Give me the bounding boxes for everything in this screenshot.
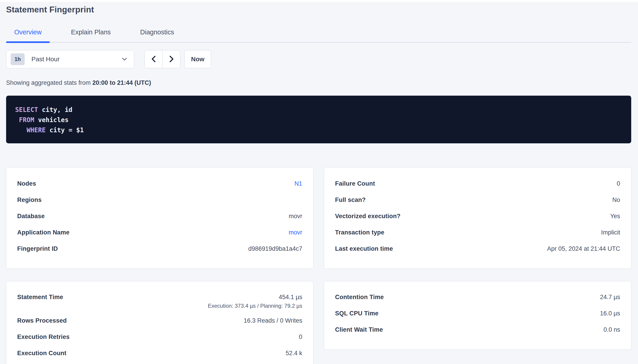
statement-attributes-card: Failure Count 0 Full scan? No Vectorized…	[324, 167, 631, 268]
statement-time-detail: Execution: 373.4 µs / Planning: 79.2 µs	[208, 303, 302, 309]
tab-diagnostics[interactable]: Diagnostics	[132, 28, 182, 42]
tab-explain-plans-label: Explain Plans	[71, 28, 111, 36]
full-scan-label: Full scan?	[335, 196, 366, 204]
execution-count-value: 52.4 k	[286, 350, 302, 357]
nodes-row: Nodes N1	[17, 180, 302, 187]
statement-time-row: Statement Time 454.1 µs Execution: 373.4…	[17, 294, 302, 309]
chevron-left-icon	[151, 55, 157, 64]
stats-cards-grid: Nodes N1 Regions Database movr Applicati…	[6, 167, 631, 364]
sql-text: vehicles	[34, 116, 69, 124]
tab-bar: Overview Explain Plans Diagnostics	[6, 28, 631, 43]
full-scan-value: No	[612, 196, 620, 204]
contention-time-value: 24.7 µs	[600, 294, 620, 301]
sql-cpu-time-label: SQL CPU Time	[335, 310, 378, 317]
last-execution-time-label: Last execution time	[335, 245, 393, 252]
sql-line: SELECT city, id	[15, 105, 622, 115]
fingerprint-id-label: Fingerprint ID	[17, 245, 58, 252]
last-execution-time-row: Last execution time Apr 05, 2024 at 21:4…	[335, 245, 620, 252]
regions-row: Regions	[17, 196, 302, 204]
application-name-label: Application Name	[17, 229, 70, 236]
sql-keyword: SELECT	[15, 106, 38, 114]
tab-overview-label: Overview	[14, 28, 42, 36]
sql-cpu-time-row: SQL CPU Time 16.0 µs	[335, 310, 620, 317]
previous-interval-button[interactable]	[145, 50, 163, 68]
sql-cpu-time-value: 16.0 µs	[600, 310, 620, 317]
sql-line: FROM vehicles	[15, 115, 622, 125]
next-interval-button[interactable]	[163, 50, 180, 68]
tab-explain-plans[interactable]: Explain Plans	[63, 28, 119, 42]
sql-text: city, id	[38, 106, 72, 114]
last-execution-time-value: Apr 05, 2024 at 21:44 UTC	[547, 245, 620, 252]
database-label: Database	[17, 213, 45, 220]
application-name-value-link[interactable]: movr	[289, 229, 302, 236]
chevron-right-icon	[169, 55, 174, 64]
nodes-label: Nodes	[17, 180, 36, 187]
time-pager	[145, 50, 180, 68]
caption-prefix: Showing aggregated stats from	[6, 79, 92, 86]
execution-retries-row: Execution Retries 0	[17, 334, 302, 340]
database-value: movr	[289, 213, 302, 220]
contention-time-label: Contention Time	[335, 294, 384, 301]
execution-retries-value: 0	[299, 334, 302, 340]
statement-timing-card: Statement Time 454.1 µs Execution: 373.4…	[6, 281, 313, 364]
database-row: Database movr	[17, 213, 302, 220]
execution-count-row: Execution Count 52.4 k	[17, 350, 302, 357]
page-title: Statement Fingerprint	[6, 5, 631, 14]
sql-keyword: FROM	[19, 116, 34, 124]
sql-line: WHERE city = $1	[15, 125, 622, 135]
caption-time-range: 20:00 to 21:44 (UTC)	[92, 79, 151, 86]
rows-processed-value: 16.3 Reads / 0 Writes	[244, 317, 302, 324]
sql-statement-box: SELECT city, id FROM vehicles WHERE city…	[6, 96, 631, 143]
transaction-type-row: Transaction type Implicit	[335, 229, 620, 236]
failure-count-row: Failure Count 0	[335, 180, 620, 187]
aggregated-stats-caption: Showing aggregated stats from 20:00 to 2…	[6, 79, 631, 86]
full-scan-row: Full scan? No	[335, 196, 620, 204]
chevron-down-icon	[122, 58, 127, 61]
execution-count-label: Execution Count	[17, 350, 67, 357]
transaction-type-value: Implicit	[601, 229, 620, 236]
statement-time-value: 454.1 µs	[208, 294, 302, 301]
sql-keyword: WHERE	[27, 126, 46, 134]
contention-time-row: Contention Time 24.7 µs	[335, 294, 620, 301]
transaction-type-label: Transaction type	[335, 229, 384, 236]
statement-wait-card: Contention Time 24.7 µs SQL CPU Time 16.…	[324, 281, 631, 350]
top-header-strip	[0, 0, 638, 2]
failure-count-label: Failure Count	[335, 180, 375, 187]
rows-processed-label: Rows Processed	[17, 317, 67, 324]
statement-details-card: Nodes N1 Regions Database movr Applicati…	[6, 167, 313, 268]
failure-count-value: 0	[617, 180, 620, 187]
time-interval-badge: 1h	[11, 53, 25, 65]
tab-diagnostics-label: Diagnostics	[140, 28, 174, 36]
statement-fingerprint-page: Statement Fingerprint Overview Explain P…	[0, 2, 638, 364]
statement-time-label: Statement Time	[17, 294, 63, 301]
fingerprint-id-value: d986919d9ba1a4c7	[248, 245, 302, 252]
time-range-label: Past Hour	[32, 56, 60, 63]
application-name-row: Application Name movr	[17, 229, 302, 236]
regions-label: Regions	[17, 196, 42, 204]
execution-retries-label: Execution Retries	[17, 334, 70, 340]
tab-overview[interactable]: Overview	[6, 28, 50, 42]
vectorized-execution-row: Vectorized execution? Yes	[335, 213, 620, 220]
rows-processed-row: Rows Processed 16.3 Reads / 0 Writes	[17, 317, 302, 324]
vectorized-execution-value: Yes	[610, 213, 620, 220]
sql-text: city = $1	[46, 126, 84, 134]
vectorized-execution-label: Vectorized execution?	[335, 213, 400, 220]
time-range-select[interactable]: 1h Past Hour	[6, 50, 134, 68]
now-button[interactable]: Now	[184, 50, 211, 68]
fingerprint-id-row: Fingerprint ID d986919d9ba1a4c7	[17, 245, 302, 252]
time-controls: 1h Past Hour	[6, 50, 631, 68]
client-wait-time-value: 0.0 ns	[603, 326, 620, 333]
nodes-value-link[interactable]: N1	[294, 180, 302, 187]
client-wait-time-row: Client Wait Time 0.0 ns	[335, 326, 620, 333]
client-wait-time-label: Client Wait Time	[335, 326, 383, 333]
